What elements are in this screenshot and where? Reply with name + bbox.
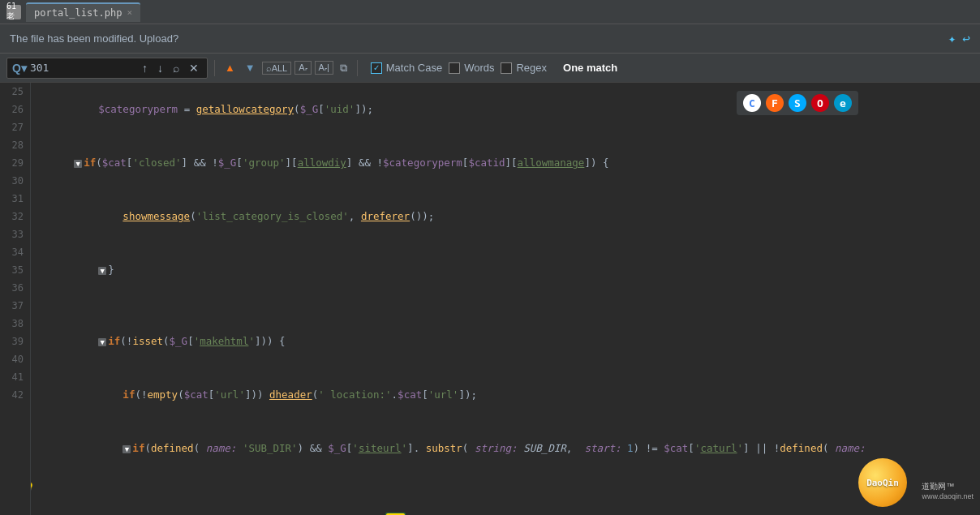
code-line-28: ▼} — [37, 243, 974, 297]
search-input[interactable] — [30, 62, 135, 74]
search-down-button[interactable]: ▼ — [242, 60, 259, 75]
info-actions: ✦ ↩ — [948, 31, 970, 46]
search-options: ✓ Match Case Words Regex — [371, 62, 547, 74]
title-bar: 61老 portal_list.php × — [0, 0, 980, 24]
browser-overlay: C F S O e — [737, 91, 858, 115]
code-line-27: showmessage('list_category_is_closed', d… — [37, 190, 974, 243]
code-line-26: ▼if($cat['closed'] && !$_G['group'][allo… — [37, 136, 974, 190]
line-num: 27 — [6, 118, 24, 136]
watermark-circle-text: DaoQin — [866, 478, 899, 488]
line-num: 39 — [6, 333, 24, 350]
code-line-30: ▼if(!isset($_G['makehtml'])) { — [37, 315, 974, 368]
search-bar: Q▾ ↑ ↓ ⌕ ✕ ▲ ▼ ⌕ALL Aᵣ Aᵣ| ⧉ ✓ Match Cas… — [0, 54, 980, 83]
regex-label: Regex — [516, 62, 547, 74]
line-num: 31 — [6, 190, 24, 208]
words-checkbox[interactable] — [449, 62, 460, 74]
watermark-url: www.daoqin.net — [922, 492, 974, 500]
ie-icon[interactable]: e — [834, 94, 852, 112]
line-num: 34 — [6, 243, 24, 261]
match-case-label: Match Case — [386, 62, 442, 74]
watermark: DaoQin 道勤网™ www.daoqin.net — [850, 450, 980, 515]
safari-icon[interactable]: S — [789, 94, 806, 112]
line-numbers: 25 26 27 28 29 30 31 32 33 34 35 36 37 3… — [0, 83, 31, 515]
fold-icon-30[interactable]: ▼ — [98, 338, 106, 346]
separator2 — [357, 60, 358, 76]
search-find-button[interactable]: ⌕ — [170, 60, 183, 76]
line-num: 36 — [6, 279, 24, 297]
search-up-button[interactable]: ▲ — [221, 60, 239, 75]
firefox-icon[interactable]: F — [766, 94, 784, 112]
line-num: 38 — [6, 315, 24, 333]
line-num: 42 — [6, 386, 24, 404]
search-q-icon: Q▾ — [12, 62, 27, 75]
file-tab-label: portal_list.php — [34, 7, 122, 19]
app-icon: 61老 — [6, 5, 21, 19]
fold-icon-32[interactable]: ▼ — [122, 445, 131, 453]
search-all-button[interactable]: ⌕ALL — [262, 62, 292, 75]
match-count: One match — [563, 62, 617, 74]
replace-button[interactable]: Aᵣ — [294, 61, 311, 75]
replace-all-button[interactable]: Aᵣ| — [315, 61, 333, 75]
line-num: 40 — [6, 350, 24, 368]
separator — [214, 60, 215, 76]
close-search-button[interactable]: ✕ — [186, 60, 202, 76]
watermark-circle: DaoQin — [858, 458, 907, 507]
filter-button[interactable]: ⧉ — [337, 60, 350, 76]
code-line-32: ▼if(defined( name: 'SUB_DIR') && $_G['si… — [37, 422, 974, 475]
chrome-icon[interactable]: C — [743, 94, 761, 112]
revert-icon[interactable]: ↩ — [962, 31, 970, 46]
line-num: 33 — [6, 225, 24, 243]
code-line-33: 💡 //dheader('location:'.$cat['caturl'], … — [37, 475, 974, 515]
code-area[interactable]: $categoryperm = getallowcategory($_G['ui… — [31, 83, 980, 515]
pin-icon[interactable]: ✦ — [948, 31, 956, 46]
prev-match-button[interactable]: ↑ — [139, 60, 151, 76]
line-num: 35 — [6, 261, 24, 279]
fold-icon-28[interactable]: ▼ — [98, 267, 106, 275]
line-num: 29 — [6, 154, 24, 172]
regex-option[interactable]: Regex — [501, 62, 547, 74]
code-line-31: if(!empty($cat['url'])) dheader(' locati… — [37, 368, 974, 422]
match-case-option[interactable]: ✓ Match Case — [371, 62, 442, 74]
line-num: 25 — [6, 83, 24, 101]
line-num: 32 — [6, 208, 24, 225]
code-line-29 — [37, 297, 974, 315]
watermark-text: 道勤网™ www.daoqin.net — [922, 481, 974, 500]
line-num: 37 — [6, 297, 24, 315]
regex-checkbox[interactable] — [501, 62, 512, 74]
editor: 25 26 27 28 29 30 31 32 33 34 35 36 37 3… — [0, 83, 980, 515]
fold-icon-26[interactable]: ▼ — [74, 160, 82, 168]
opera-icon[interactable]: O — [811, 94, 829, 112]
file-tab[interactable]: portal_list.php × — [26, 2, 140, 22]
line-num: 26 — [6, 101, 24, 118]
match-case-checkbox[interactable]: ✓ — [371, 62, 382, 74]
info-bar: The file has been modified. Upload? ✦ ↩ — [0, 24, 980, 54]
line-num: 41 — [6, 368, 24, 386]
info-message: The file has been modified. Upload? — [10, 32, 178, 45]
words-option[interactable]: Words — [449, 62, 494, 74]
close-tab-button[interactable]: × — [127, 7, 132, 18]
search-input-wrap: Q▾ ↑ ↓ ⌕ ✕ — [6, 58, 208, 79]
words-label: Words — [464, 62, 494, 74]
line-num: 30 — [6, 172, 24, 190]
lightbulb-icon[interactable]: 💡 — [31, 479, 35, 496]
next-match-button[interactable]: ↓ — [154, 60, 166, 76]
line-num: 28 — [6, 136, 24, 154]
